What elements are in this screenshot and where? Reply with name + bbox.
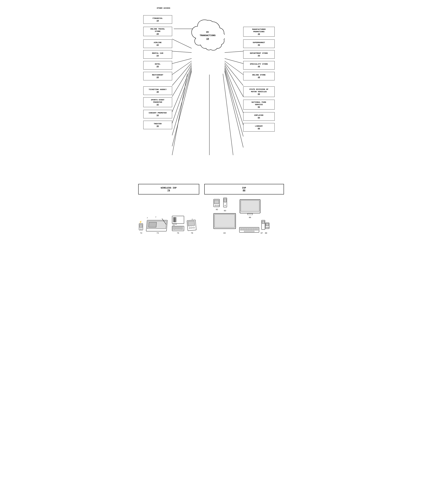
svg-line-9 [172, 68, 192, 123]
svg-line-11 [172, 71, 192, 146]
svg-rect-102 [255, 229, 257, 230]
svg-rect-86 [247, 228, 248, 229]
device-82-monitor: 84 [213, 213, 236, 234]
svg-rect-49 [180, 227, 182, 228]
svg-rect-58 [173, 229, 174, 230]
node-sports-event: SPORTS EVENTPROMOTER 32 [143, 97, 172, 107]
svg-line-10 [172, 70, 192, 135]
other-access-label: OTHER ACCESS [157, 7, 170, 9]
svg-rect-54 [177, 228, 178, 229]
diagram-container: OTHER ACCESS MY TRANSACTIONS 10 FINANCIA… [138, 3, 284, 181]
device-78: ⚡ 78 [187, 217, 198, 234]
svg-rect-85 [245, 228, 246, 229]
node-concert-promoter: CONCERT PROMOTER 34 [143, 110, 172, 118]
svg-text:⚡: ⚡ [147, 217, 148, 219]
node-manufacturer-promotions: MANUFACTURERPROMOTIONS 40 [243, 27, 275, 37]
svg-rect-56 [180, 228, 182, 229]
svg-line-18 [225, 68, 243, 125]
cloud-label: MY TRANSACTIONS 10 [200, 31, 216, 41]
device-83-84: 82 83 [213, 197, 236, 212]
svg-rect-90 [254, 228, 255, 229]
svg-rect-47 [177, 227, 178, 228]
isp-box: ISP 80 [204, 184, 284, 194]
desktop-setup: 86 [239, 199, 270, 234]
svg-rect-93 [240, 229, 241, 230]
svg-rect-53 [176, 228, 177, 229]
svg-line-7 [172, 64, 192, 97]
svg-text:⚡: ⚡ [139, 221, 142, 223]
wireless-devices: ⚡ 72 ⚡ ⚡ [138, 215, 209, 234]
device-74: ⚡ ⚡ 74 [146, 215, 170, 234]
svg-rect-79 [241, 200, 259, 211]
svg-rect-100 [252, 229, 253, 230]
node-national-park-service: NATIONAL PARKSERVICE 62 [243, 100, 275, 109]
svg-rect-106 [262, 221, 264, 224]
bottom-section: WIRELESS ISP 70 ISP 80 ⚡ 72 [138, 184, 284, 234]
device-76: AIRLINE 1234 [171, 215, 185, 234]
svg-line-13 [225, 59, 243, 64]
svg-rect-83 [242, 228, 243, 229]
svg-line-3 [172, 51, 192, 53]
svg-rect-87 [248, 228, 250, 229]
device-72: ⚡ 72 [138, 218, 144, 234]
svg-rect-59 [175, 229, 181, 230]
svg-line-20 [225, 71, 243, 148]
svg-rect-96 [245, 229, 246, 230]
node-library: LIBRARY 66 [243, 123, 275, 132]
svg-rect-99 [250, 229, 252, 230]
svg-line-17 [225, 66, 243, 113]
svg-rect-91 [255, 228, 257, 229]
device-84: 83 [222, 197, 228, 212]
svg-rect-63 [188, 221, 194, 226]
node-supermarket: SUPERMARKET 42 [243, 40, 275, 48]
svg-rect-88 [250, 228, 252, 229]
svg-rect-52 [174, 228, 175, 229]
svg-rect-45 [174, 227, 175, 228]
isp-row: WIRELESS ISP 70 ISP 80 [138, 184, 284, 194]
svg-rect-89 [252, 228, 253, 229]
svg-rect-57 [182, 228, 183, 229]
svg-rect-77 [214, 214, 235, 228]
svg-line-15 [225, 63, 243, 86]
svg-rect-50 [182, 227, 183, 228]
svg-line-23 [223, 74, 233, 155]
wireless-isp-box: WIRELESS ISP 70 [138, 184, 199, 194]
svg-rect-33 [148, 222, 157, 227]
node-state-dmv: STATE DIVISION OFMOTOR VEHICLES 60 [243, 86, 275, 97]
svg-rect-48 [179, 227, 180, 228]
node-speciality-store: SPECIALITY STORE 46 [243, 61, 275, 70]
svg-rect-60 [182, 229, 183, 230]
svg-rect-55 [179, 228, 180, 229]
node-theater: THEATER 36 [143, 121, 172, 129]
cloud-my-transactions: MY TRANSACTIONS 10 [191, 17, 225, 54]
svg-rect-97 [247, 229, 248, 230]
svg-text:AIRLINE: AIRLINE [173, 223, 177, 225]
svg-rect-95 [243, 229, 245, 230]
keyboard-row: 87 88 [239, 219, 270, 234]
svg-rect-44 [173, 227, 174, 228]
svg-rect-46 [176, 227, 177, 228]
svg-rect-73 [224, 199, 226, 202]
device-87-88: 87 88 [261, 219, 270, 234]
node-airline: AIRLINE 22 [143, 40, 172, 48]
device-group-left-isp: 82 83 [213, 197, 236, 234]
svg-rect-26 [140, 224, 142, 228]
svg-line-8 [172, 66, 192, 112]
node-employer: EMPLOYER 64 [243, 112, 275, 121]
isp-devices: 82 83 [213, 197, 284, 234]
devices-row: ⚡ 72 ⚡ ⚡ [138, 197, 284, 234]
svg-line-2 [172, 39, 192, 48]
svg-text:1234: 1234 [173, 225, 175, 226]
keyboard [239, 227, 259, 234]
svg-rect-84 [243, 228, 245, 229]
svg-rect-80 [247, 213, 252, 215]
device-86: 86 [239, 199, 261, 218]
svg-line-14 [225, 61, 243, 75]
svg-line-5 [172, 61, 192, 75]
svg-rect-94 [242, 229, 243, 230]
svg-line-12 [225, 51, 243, 53]
svg-line-19 [225, 70, 243, 137]
node-online-travel: ONLINE TRAVELSTORE 20 [143, 27, 172, 36]
svg-rect-98 [248, 229, 250, 230]
node-hotel: HOTEL 26 [143, 61, 172, 70]
